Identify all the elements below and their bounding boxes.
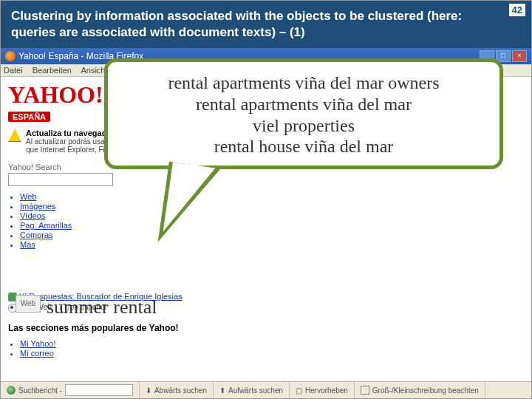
status-down[interactable]: ⬇ Abwärts suchen: [140, 382, 214, 398]
menu-item[interactable]: Bearbeiten: [33, 66, 72, 75]
query-cluster-4: rental house viña del mar: [121, 136, 486, 157]
checkbox-icon[interactable]: [361, 386, 369, 395]
link-more[interactable]: Más: [20, 240, 524, 249]
yahoo-region-badge: ESPAÑA: [8, 112, 50, 122]
globe-icon: [7, 386, 16, 395]
warning-icon: [8, 129, 21, 142]
close-button[interactable]: ×: [512, 50, 527, 62]
search-input[interactable]: [8, 173, 113, 186]
link-videos[interactable]: Vídeos: [20, 211, 524, 220]
link-miyahoo[interactable]: Mi Yahoo!: [20, 339, 524, 348]
status-case[interactable]: Groß-/Kleinschreibung beachten: [355, 382, 485, 398]
bubble-box: rental apartments viña del mar owners re…: [104, 58, 503, 169]
slide-root: Clustering by information associated wit…: [0, 0, 532, 399]
popular-links: Mi Yahoo! Mi correo: [20, 339, 524, 358]
status-bar: Suchbericht - ⬇ Abwärts suchen ⬆ Aufwärt…: [1, 381, 531, 398]
yahoo-logo-block: YAHOO! ESPAÑA: [8, 81, 103, 123]
query-cluster-3: viel properties: [121, 115, 486, 137]
status-up[interactable]: ⬆ Aufwärts suchen: [214, 382, 290, 398]
page-number: 42: [509, 4, 525, 16]
status-search-input[interactable]: [65, 384, 133, 396]
slide-header: Clustering by information associated wit…: [1, 1, 531, 48]
link-micorreo[interactable]: Mi correo: [20, 349, 524, 358]
category-links: Web Imágenes Vídeos Pag. Amarillas Compr…: [20, 192, 524, 249]
firefox-icon: [5, 51, 16, 61]
slide-title: Clustering by information associated wit…: [11, 8, 484, 41]
arrow-down-icon: ⬇: [146, 386, 151, 395]
yahoo-logo: YAHOO!: [8, 81, 103, 108]
query-cluster-1: rental apartments viña del mar owners: [121, 72, 486, 94]
link-yellowpages[interactable]: Pag. Amarillas: [20, 221, 524, 230]
arrow-up-icon: ⬆: [219, 386, 225, 395]
status-search: Suchbericht -: [1, 382, 140, 398]
status-search-label: Suchbericht -: [18, 386, 62, 395]
menu-item[interactable]: Datei: [4, 66, 23, 75]
popular-sections-title: Las secciones más populares de Yahoo!: [8, 323, 524, 333]
callout-bubble: rental apartments viña del mar owners re…: [104, 58, 503, 199]
link-shopping[interactable]: Compras: [20, 231, 524, 239]
query-cluster-2: rental apartments viña del mar: [121, 94, 486, 115]
link-images[interactable]: Imágenes: [20, 202, 524, 211]
search-scope-button[interactable]: Web: [16, 295, 41, 313]
status-highlight[interactable]: ▢ Hervorheben: [290, 382, 355, 398]
typed-query: summer rental: [47, 296, 157, 318]
highlight-icon: ▢: [296, 386, 302, 395]
